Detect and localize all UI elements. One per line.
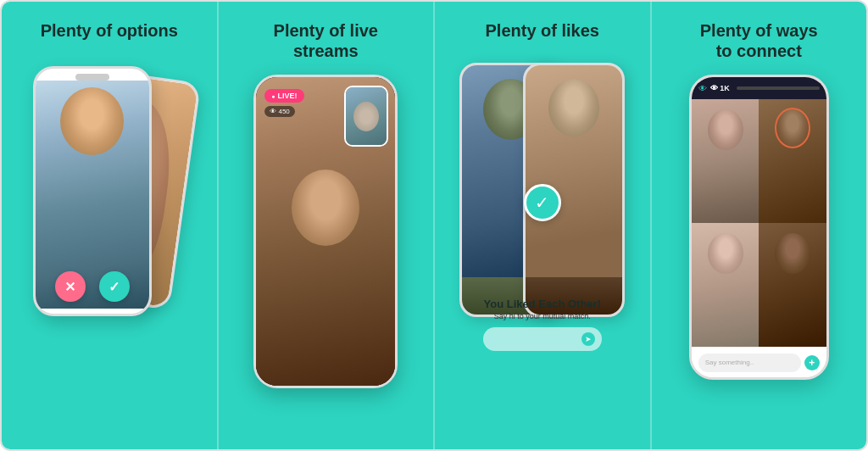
panel-options-title: Plenty of options [41, 20, 178, 41]
panel-likes-title: Plenty of likes [486, 20, 600, 41]
match-title: You Liked Each Other! [459, 298, 625, 310]
panel-live-title: Plenty of live streams [274, 20, 378, 61]
eye-icon: 👁 [698, 84, 707, 93]
live-main-photo: LIVE! 👁 450 [256, 77, 395, 386]
match-checkmark: ✓ [524, 184, 561, 221]
panel-likes: Plenty of likes ✓ You Liked Each Other! [435, 2, 652, 449]
likes-bottom: You Liked Each Other! Say hi to your mut… [459, 298, 625, 351]
match-subtitle: Say hi to your mutual match. [459, 312, 625, 320]
grid-cell-3 [692, 223, 760, 347]
phone-action-buttons: ✕ ✓ [36, 271, 149, 302]
send-bar[interactable]: ➤ [483, 327, 602, 351]
viewers-count: 👁 1K [710, 84, 730, 92]
phone-front: ✕ ✓ [33, 66, 152, 316]
panel-connect-title: Plenty of ways to connect [700, 20, 818, 61]
video-grid [692, 99, 826, 347]
dislike-button[interactable]: ✕ [55, 271, 86, 302]
grid-cell-4 [759, 223, 826, 347]
photo-woman [526, 65, 622, 277]
connect-bottom-bar: Say something.. + [692, 347, 826, 377]
plus-button[interactable]: + [804, 355, 820, 370]
grid-cell-1 [692, 99, 760, 223]
panel-connect: Plenty of ways to connect 👁 👁 1K [652, 2, 867, 449]
say-something-input[interactable]: Say something.. [698, 354, 801, 372]
mini-video-overlay [344, 86, 388, 147]
phone-connect: 👁 👁 1K Say somethi [689, 75, 829, 380]
main-container: Plenty of options ✕ [0, 0, 868, 451]
live-badge: LIVE! [264, 89, 303, 103]
like-button[interactable]: ✓ [99, 271, 130, 302]
phones-options-wrapper: ✕ ✓ [33, 58, 186, 346]
send-icon[interactable]: ➤ [581, 332, 595, 346]
phone-live: LIVE! 👁 450 [253, 75, 398, 388]
phones-likes-wrapper: ✓ You Liked Each Other! Say hi to your m… [459, 54, 625, 351]
grid-cell-2 [759, 99, 826, 223]
panel-live: Plenty of live streams LIVE! 👁 450 [219, 2, 436, 449]
phone-notch [75, 74, 109, 81]
live-viewers: 👁 450 [264, 106, 295, 117]
connect-top-bar: 👁 👁 1K [692, 77, 826, 99]
panel-options: Plenty of options ✕ [2, 2, 219, 449]
